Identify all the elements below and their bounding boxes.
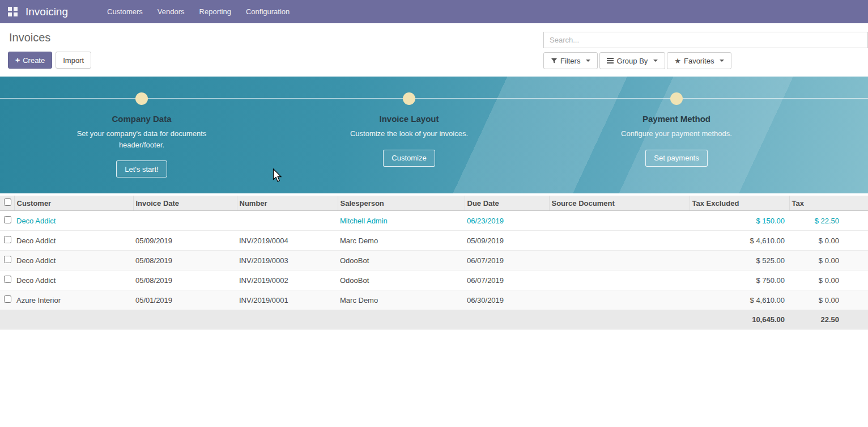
nav-item-vendors[interactable]: Vendors (150, 0, 192, 23)
step-description: Customize the look of your invoices. (350, 128, 468, 139)
cell-invoice-date (133, 211, 237, 231)
col-header-salesperson[interactable]: Salesperson (338, 196, 465, 211)
total-tax-excluded: 10,645.00 (690, 310, 789, 329)
col-header-source-document[interactable]: Source Document (549, 196, 690, 211)
group-by-lines-icon (607, 57, 614, 64)
cell-number: INV/2019/0001 (237, 290, 338, 310)
total-tax: 22.50 (789, 310, 868, 329)
cell-invoice-date: 05/09/2019 (133, 231, 237, 251)
onboarding-banner: Company Data Set your company's data for… (0, 77, 868, 193)
col-header-invoice-date[interactable]: Invoice Date (133, 196, 237, 211)
create-button-label: Create (23, 56, 45, 65)
col-header-tax-excluded[interactable]: Tax Excluded (690, 196, 789, 211)
invoice-list: Customer Invoice Date Number Salesperson… (0, 196, 868, 329)
cell-number: INV/2019/0003 (237, 251, 338, 270)
onboarding-step-company-data: Company Data Set your company's data for… (8, 92, 275, 177)
invoice-row[interactable]: Deco Addict 05/08/2019 INV/2019/0002 Odo… (0, 270, 868, 290)
col-header-due-date[interactable]: Due Date (465, 196, 549, 211)
step-description: Set your company's data for documents he… (76, 128, 207, 150)
cell-due-date: 05/09/2019 (465, 231, 549, 251)
row-checkbox[interactable] (4, 236, 11, 243)
step-description: Configure your payment methods. (621, 128, 732, 139)
cell-tax-excluded: $ 750.00 (690, 270, 789, 290)
apps-menu-icon[interactable] (8, 7, 18, 16)
onboarding-step-invoice-layout: Invoice Layout Customize the look of you… (275, 92, 543, 177)
cell-customer: Deco Addict (14, 211, 133, 231)
cell-due-date: 06/30/2019 (465, 290, 549, 310)
table-header-row: Customer Invoice Date Number Salesperson… (0, 196, 868, 211)
import-button-label: Import (63, 56, 84, 65)
cell-due-date: 06/07/2019 (465, 270, 549, 290)
chevron-down-icon (720, 60, 724, 62)
row-checkbox[interactable] (4, 276, 11, 283)
cell-invoice-date: 05/01/2019 (133, 290, 237, 310)
nav-item-configuration[interactable]: Configuration (239, 0, 297, 23)
cell-salesperson: Marc Demo (338, 290, 465, 310)
group-by-button[interactable]: Group By (599, 52, 665, 69)
search-input[interactable] (543, 32, 868, 48)
row-checkbox[interactable] (4, 295, 11, 303)
cell-tax: $ 0.00 (789, 270, 868, 290)
cell-customer: Deco Addict (14, 231, 133, 251)
row-checkbox[interactable] (4, 256, 11, 263)
cell-invoice-date: 05/08/2019 (133, 270, 237, 290)
col-header-customer[interactable]: Customer (14, 196, 133, 211)
chevron-down-icon (653, 60, 658, 62)
cell-tax-excluded: $ 525.00 (690, 251, 789, 270)
cell-source-document (549, 270, 690, 290)
set-payments-button[interactable]: Set payments (645, 150, 708, 167)
invoice-row[interactable]: Deco Addict 05/08/2019 INV/2019/0003 Odo… (0, 251, 868, 270)
cell-source-document (549, 290, 690, 310)
invoice-row[interactable]: Deco Addict 05/09/2019 INV/2019/0004 Mar… (0, 231, 868, 251)
filters-button-label: Filters (560, 57, 580, 65)
cell-customer: Azure Interior (14, 290, 133, 310)
col-header-number[interactable]: Number (237, 196, 338, 211)
cell-number: INV/2019/0004 (237, 231, 338, 251)
cell-due-date: 06/07/2019 (465, 251, 549, 270)
favorites-button[interactable]: ★ Favorites (667, 52, 731, 69)
step-title: Payment Method (643, 114, 710, 124)
cell-customer: Deco Addict (14, 270, 133, 290)
invoice-row[interactable]: Azure Interior 05/01/2019 INV/2019/0001 … (0, 290, 868, 310)
nav-item-customers[interactable]: Customers (100, 0, 150, 23)
cell-tax-excluded: $ 4,610.00 (690, 231, 789, 251)
totals-row: 10,645.00 22.50 (0, 310, 868, 329)
cell-tax-excluded: $ 4,610.00 (690, 290, 789, 310)
cell-customer: Deco Addict (14, 251, 133, 270)
create-button[interactable]: + Create (8, 52, 52, 69)
cell-number: INV/2019/0002 (237, 270, 338, 290)
select-all-checkbox[interactable] (4, 198, 11, 206)
cell-tax-excluded: $ 150.00 (690, 211, 789, 231)
star-icon: ★ (674, 57, 681, 65)
step-dot (403, 92, 415, 105)
cell-salesperson: Mitchell Admin (338, 211, 465, 231)
top-navbar: Invoicing Customers Vendors Reporting Co… (0, 0, 868, 23)
cell-invoice-date: 05/08/2019 (133, 251, 237, 270)
cell-tax: $ 0.00 (789, 231, 868, 251)
cell-tax: $ 0.00 (789, 251, 868, 270)
step-dot (135, 92, 148, 105)
cell-tax: $ 0.00 (789, 290, 868, 310)
col-header-tax[interactable]: Tax (789, 196, 868, 211)
filters-button[interactable]: Filters (543, 52, 598, 69)
customize-button[interactable]: Customize (383, 150, 435, 167)
cell-number (237, 211, 338, 231)
cell-source-document (549, 211, 690, 231)
import-button[interactable]: Import (56, 52, 91, 69)
invoice-row[interactable]: Deco Addict Mitchell Admin 06/23/2019 $ … (0, 211, 868, 231)
lets-start-button[interactable]: Let's start! (116, 160, 167, 177)
app-brand[interactable]: Invoicing (25, 6, 68, 18)
plus-icon: + (15, 56, 20, 64)
cell-salesperson: OdooBot (338, 270, 465, 290)
control-panel: Invoices + Create Import Filters (0, 23, 868, 77)
nav-item-reporting[interactable]: Reporting (192, 0, 239, 23)
row-checkbox[interactable] (4, 216, 11, 223)
filter-funnel-icon (551, 57, 558, 64)
cell-due-date: 06/23/2019 (465, 211, 549, 231)
step-title: Invoice Layout (379, 114, 439, 124)
page-title: Invoices (9, 31, 91, 44)
cell-salesperson: Marc Demo (338, 231, 465, 251)
favorites-button-label: Favorites (684, 57, 714, 65)
step-title: Company Data (112, 114, 171, 124)
chevron-down-icon (586, 60, 590, 62)
